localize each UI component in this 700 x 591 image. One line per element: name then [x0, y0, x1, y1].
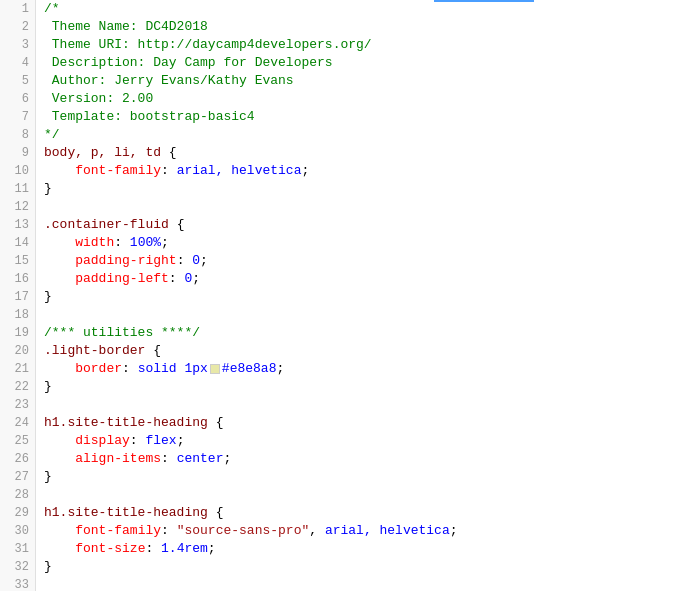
code-token: Theme Name: DC4D2018	[44, 18, 208, 36]
color-swatch	[210, 364, 220, 374]
line-number: 25	[0, 432, 35, 450]
code-token: Version: 2.00	[44, 90, 153, 108]
code-line: font-family: arial, helvetica;	[36, 162, 700, 180]
editor-container: 1234567891011121314151617181920212223242…	[0, 0, 700, 591]
code-token: :	[130, 432, 146, 450]
code-line	[36, 486, 700, 504]
code-line	[36, 576, 700, 591]
code-token: ;	[177, 432, 185, 450]
code-token: }	[44, 558, 52, 576]
code-token: font-size	[75, 540, 145, 558]
line-number: 5	[0, 72, 35, 90]
code-line: Description: Day Camp for Developers	[36, 54, 700, 72]
line-number: 22	[0, 378, 35, 396]
code-line: }	[36, 180, 700, 198]
code-token: padding-left	[75, 270, 169, 288]
code-line: .container-fluid {	[36, 216, 700, 234]
line-number: 27	[0, 468, 35, 486]
code-token: h1.site-title-heading	[44, 414, 208, 432]
code-token: }	[44, 180, 52, 198]
code-line: padding-left: 0;	[36, 270, 700, 288]
code-token: body, p, li, td	[44, 144, 161, 162]
line-number: 2	[0, 18, 35, 36]
line-number: 26	[0, 450, 35, 468]
code-token: Author: Jerry Evans/Kathy Evans	[44, 72, 294, 90]
code-line: border: solid 1px#e8e8a8;	[36, 360, 700, 378]
code-token: :	[161, 450, 177, 468]
code-token: font-family	[75, 162, 161, 180]
code-token: {	[208, 504, 224, 522]
code-token	[44, 522, 75, 540]
code-token	[44, 450, 75, 468]
code-token: /*	[44, 0, 60, 18]
code-line: padding-right: 0;	[36, 252, 700, 270]
code-token: 0	[184, 270, 192, 288]
code-token: */	[44, 126, 60, 144]
code-token: .light-border	[44, 342, 145, 360]
code-token: ;	[223, 450, 231, 468]
code-token: :	[161, 522, 177, 540]
code-token: display	[75, 432, 130, 450]
code-line: font-family: "source-sans-pro", arial, h…	[36, 522, 700, 540]
line-number: 7	[0, 108, 35, 126]
code-line: display: flex;	[36, 432, 700, 450]
code-token: :	[177, 252, 193, 270]
line-number: 33	[0, 576, 35, 591]
code-token: align-items	[75, 450, 161, 468]
line-number: 4	[0, 54, 35, 72]
code-line: }	[36, 468, 700, 486]
scroll-indicator	[434, 0, 534, 2]
line-number: 30	[0, 522, 35, 540]
code-line: Template: bootstrap-basic4	[36, 108, 700, 126]
code-token: :	[161, 162, 177, 180]
line-number: 15	[0, 252, 35, 270]
code-token: .container-fluid	[44, 216, 169, 234]
code-line: }	[36, 558, 700, 576]
line-number: 17	[0, 288, 35, 306]
code-token	[44, 162, 75, 180]
code-token: {	[145, 342, 161, 360]
line-number: 11	[0, 180, 35, 198]
code-token: ;	[276, 360, 284, 378]
line-number: 21	[0, 360, 35, 378]
code-token: arial, helvetica	[177, 162, 302, 180]
code-token	[44, 234, 75, 252]
code-token	[44, 540, 75, 558]
line-number: 18	[0, 306, 35, 324]
line-number: 6	[0, 90, 35, 108]
code-line: h1.site-title-heading {	[36, 504, 700, 522]
code-line: Theme Name: DC4D2018	[36, 18, 700, 36]
code-token: :	[169, 270, 185, 288]
code-line: Version: 2.00	[36, 90, 700, 108]
code-token: "source-sans-pro"	[177, 522, 310, 540]
code-token: Description: Day Camp for Developers	[44, 54, 333, 72]
code-token: padding-right	[75, 252, 176, 270]
code-token: ;	[161, 234, 169, 252]
code-token: 1.4rem	[161, 540, 208, 558]
code-line: Author: Jerry Evans/Kathy Evans	[36, 72, 700, 90]
line-number: 14	[0, 234, 35, 252]
code-line: h1.site-title-heading {	[36, 414, 700, 432]
code-token: ;	[208, 540, 216, 558]
line-number: 12	[0, 198, 35, 216]
code-line: }	[36, 378, 700, 396]
code-token: :	[114, 234, 130, 252]
line-number: 3	[0, 36, 35, 54]
line-number: 9	[0, 144, 35, 162]
code-token: width	[75, 234, 114, 252]
line-numbers: 1234567891011121314151617181920212223242…	[0, 0, 36, 591]
code-line: align-items: center;	[36, 450, 700, 468]
code-token: solid 1px	[138, 360, 208, 378]
code-line: .light-border {	[36, 342, 700, 360]
code-area[interactable]: /* Theme Name: DC4D2018 Theme URI: http:…	[36, 0, 700, 591]
code-token: 0	[192, 252, 200, 270]
code-token: }	[44, 288, 52, 306]
line-number: 23	[0, 396, 35, 414]
code-token: ;	[301, 162, 309, 180]
line-number: 31	[0, 540, 35, 558]
code-line: /*	[36, 0, 700, 18]
code-token	[44, 360, 75, 378]
code-line	[36, 198, 700, 216]
code-token: h1.site-title-heading	[44, 504, 208, 522]
code-token: flex	[145, 432, 176, 450]
